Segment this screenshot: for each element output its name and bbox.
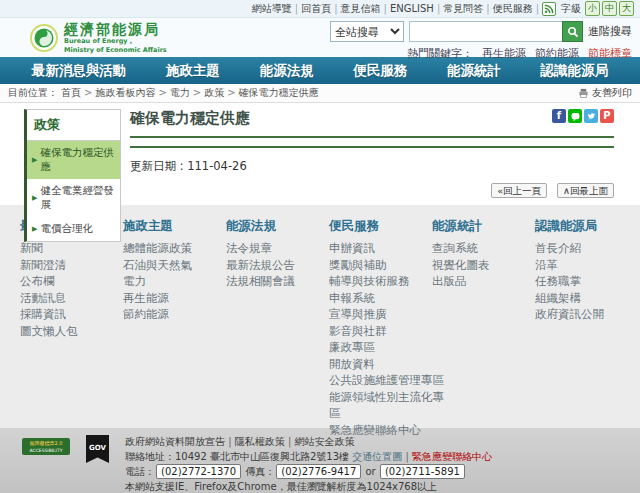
sidebar-item[interactable]: ▶健全電業經營發展: [27, 179, 120, 217]
breadcrumb-trail: 首頁>施政看板內容>電力>政策>確保電力穩定供應: [58, 86, 322, 100]
sitemap-link[interactable]: 任務職掌: [535, 273, 638, 290]
search-button[interactable]: [562, 21, 583, 42]
nav-item-1[interactable]: 施政主題: [166, 62, 220, 80]
font-size-buttons: 小中大: [583, 1, 634, 16]
emergency-contact-link[interactable]: 緊急應變聯絡中心: [412, 451, 492, 462]
sitemap-link[interactable]: 電力: [123, 273, 226, 290]
utility-link-5[interactable]: 便民服務: [493, 3, 533, 14]
sitemap-link[interactable]: 節約能源: [123, 306, 226, 323]
footer-text: 政府網站資料開放宣告 | 隱私權政策 | 網站安全政策 聯絡地址：10492 臺…: [125, 435, 492, 493]
font-size-medium-button[interactable]: 中: [602, 1, 617, 16]
sitemap-link[interactable]: 組織架構: [535, 290, 638, 307]
twitter-share-icon[interactable]: [584, 109, 598, 123]
nav-item-5[interactable]: 認識能源局: [541, 62, 609, 80]
accessibility-badge[interactable]: 無障礙標章2.0 ACCESSIBILITY: [22, 438, 70, 455]
breadcrumb-item[interactable]: 政策: [204, 87, 224, 98]
gov-badge[interactable]: GOV: [86, 435, 109, 463]
plurk-share-icon[interactable]: P: [600, 109, 614, 123]
utility-link-4[interactable]: 常見問答: [443, 3, 483, 14]
sitemap-link[interactable]: 新聞澄清: [20, 257, 123, 274]
agency-logo[interactable]: 經濟部能源局 Bureau of Energy , Ministry of Ec…: [30, 22, 167, 54]
nav-item-3[interactable]: 便民服務: [353, 62, 407, 80]
hot-keyword[interactable]: 節能標章: [588, 47, 632, 60]
utility-link-3[interactable]: ENGLISH: [390, 3, 434, 14]
sitemap-column-title[interactable]: 施政主題: [123, 218, 226, 234]
agency-title: 經濟部能源局: [64, 22, 167, 37]
traffic-map-link[interactable]: 交通位置圖: [352, 451, 402, 462]
footer-links: 政府網站資料開放宣告 | 隱私權政策 | 網站安全政策: [125, 435, 492, 450]
breadcrumb-item[interactable]: 確保電力穩定供應: [239, 87, 319, 98]
sitemap-column-title[interactable]: 便民服務: [329, 218, 432, 234]
sitemap-link[interactable]: 再生能源: [123, 290, 226, 307]
breadcrumb-separator: >: [158, 87, 166, 98]
utility-link-0[interactable]: 網站導覽: [252, 3, 292, 14]
nav-item-4[interactable]: 能源統計: [447, 62, 501, 80]
breadcrumb-separator: >: [227, 87, 235, 98]
hot-keyword[interactable]: 節約能源: [535, 47, 579, 60]
sitemap-link[interactable]: 查詢系統: [432, 240, 535, 257]
printer-icon: [578, 88, 589, 99]
sidebar-item[interactable]: ▶確保電力穩定供應: [27, 141, 120, 179]
sitemap-column: 認識能源局首長介紹沿革任務職掌組織架構政府資訊公開: [535, 218, 638, 428]
sidebar-item-label: 確保電力穩定供應: [40, 146, 117, 174]
sitemap-column-title[interactable]: 能源法規: [226, 218, 329, 234]
sitemap-link[interactable]: 最新法規公告: [226, 257, 329, 274]
utility-bar: 網站導覽|回首頁|意見信箱|ENGLISH|常見問答|便民服務| 字級 小中大: [0, 0, 640, 18]
header: 經濟部能源局 Bureau of Energy , Ministry of Ec…: [0, 18, 640, 57]
font-size-small-button[interactable]: 小: [585, 1, 600, 16]
sidebar-title: 政策: [27, 110, 120, 141]
search-scope-select[interactable]: 全站搜尋: [330, 21, 404, 42]
utility-link-1[interactable]: 回首頁: [301, 3, 331, 14]
friendly-print-button[interactable]: 友善列印: [578, 86, 632, 100]
breadcrumb-item[interactable]: 施政看板內容: [95, 87, 155, 98]
sitemap-column-title[interactable]: 認識能源局: [535, 218, 638, 234]
sitemap-link[interactable]: 活動訊息: [20, 290, 123, 307]
nav-item-0[interactable]: 最新消息與活動: [32, 62, 127, 80]
sitemap-link[interactable]: 採購資訊: [20, 306, 123, 323]
sitemap-column: 最新消息與活動新聞新聞澄清公布欄活動訊息採購資訊圖文懶人包: [20, 218, 123, 428]
energy-bureau-logo-icon: [30, 24, 58, 52]
sidebar-item[interactable]: ▶電價合理化: [27, 217, 120, 241]
sitemap-link[interactable]: 法規相關會議: [226, 273, 329, 290]
utility-link-2[interactable]: 意見信箱: [341, 3, 381, 14]
sidebar: 政策 ▶確保電力穩定供應▶健全電業經營發展▶電價合理化: [24, 109, 121, 242]
back-button[interactable]: «回上一頁: [491, 183, 547, 198]
footer-link[interactable]: 政府網站資料開放宣告: [125, 436, 225, 447]
nav-item-2[interactable]: 能源法規: [260, 62, 314, 80]
back-to-top-button[interactable]: ∧回最上面: [557, 183, 614, 198]
breadcrumb-item[interactable]: 電力: [170, 87, 190, 98]
separator: |: [334, 3, 337, 14]
sitemap-link[interactable]: 出版品: [432, 273, 535, 290]
sitemap-link[interactable]: 沿革: [535, 257, 638, 274]
font-size-label: 字級: [561, 2, 581, 16]
sitemap-link[interactable]: 石油與天然氣: [123, 257, 226, 274]
separator: |: [285, 436, 295, 447]
hot-keyword[interactable]: 再生能源: [482, 47, 526, 60]
sitemap-link[interactable]: 首長介紹: [535, 240, 638, 257]
main-article: 確保電力穩定供應 f P: [130, 109, 614, 198]
breadcrumb: 目前位置： 首頁>施政看板內容>電力>政策>確保電力穩定供應 友善列印: [0, 84, 640, 103]
sitemap-link[interactable]: 視覺化圖表: [432, 257, 535, 274]
utility-links: 網站導覽|回首頁|意見信箱|ENGLISH|常見問答|便民服務|: [249, 2, 539, 16]
sitemap-link[interactable]: 圖文懶人包: [20, 323, 123, 340]
sitemap-link[interactable]: 公布欄: [20, 273, 123, 290]
footer-address-line: 聯絡地址：10492 臺北市中山區復興北路2號13樓 交通位置圖 | 緊急應變聯…: [125, 450, 492, 465]
sitemap-link[interactable]: 總體能源政策: [123, 240, 226, 257]
line-share-icon[interactable]: [568, 109, 582, 123]
breadcrumb-item[interactable]: 首頁: [61, 87, 81, 98]
sitemap-link[interactable]: 法令規章: [226, 240, 329, 257]
sitemap-link[interactable]: 新聞: [20, 240, 123, 257]
advanced-search-link[interactable]: 進階搜尋: [588, 24, 632, 39]
separator: |: [536, 3, 539, 14]
rss-icon[interactable]: [542, 2, 556, 16]
footer-link[interactable]: 隱私權政策: [235, 436, 285, 447]
search-input[interactable]: [409, 21, 562, 42]
sitemap-column-title[interactable]: 能源統計: [432, 218, 535, 234]
breadcrumb-separator: >: [193, 87, 201, 98]
sitemap-column: 能源統計查詢系統視覺化圖表出版品: [432, 218, 535, 428]
footer-link[interactable]: 網站安全政策: [294, 436, 354, 447]
facebook-share-icon[interactable]: f: [552, 109, 566, 123]
sitemap-link[interactable]: 政府資訊公開: [535, 306, 638, 323]
font-size-large-button[interactable]: 大: [619, 1, 634, 16]
footer-phone-line: 電話：(02)2772-1370 傳真：(02)2776-9417 or (02…: [125, 464, 492, 480]
